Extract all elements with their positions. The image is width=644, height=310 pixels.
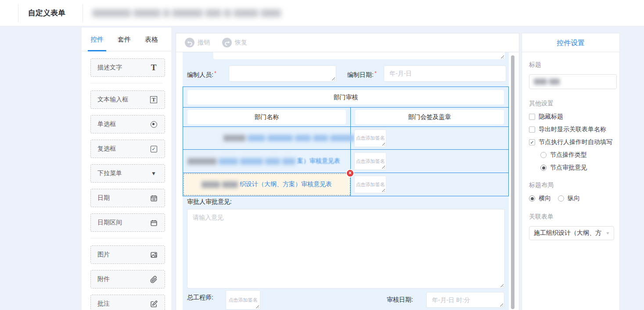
control-item-text-input[interactable]: 文本输入框 T	[90, 90, 165, 109]
topbar-divider	[83, 4, 83, 22]
panel-title: 控件设置	[522, 33, 619, 52]
chevron-down-icon: ▼	[605, 231, 610, 235]
signature-button[interactable]: 点击添加签名	[354, 152, 386, 170]
radio-icon	[558, 195, 564, 202]
col-dept-sign[interactable]: 部门会签及盖章	[355, 110, 504, 124]
paperclip-icon	[149, 275, 158, 284]
checkbox-show-linked-name[interactable]: 导出时显示关联表单名称	[529, 126, 612, 133]
linked-form-select[interactable]: 施工组织设计（大纲、方 ▼	[529, 226, 614, 240]
redacted-text	[223, 135, 355, 141]
signature-button[interactable]: 点击添加签名	[354, 176, 386, 193]
linked-form-cell[interactable]: 案）审核意见表	[183, 150, 351, 173]
delete-icon[interactable]: ×	[346, 169, 354, 177]
linked-form-link[interactable]: 织设计（大纲、方案）审核意见表	[240, 180, 332, 188]
calendar-range-icon	[149, 218, 158, 227]
checkbox-icon	[529, 114, 535, 120]
col-dept-name[interactable]: 部门名称	[187, 110, 346, 124]
redacted-text	[201, 181, 238, 188]
tab-kits[interactable]: 套件	[118, 28, 131, 51]
redacted-text	[187, 158, 295, 165]
list-divider	[90, 83, 162, 83]
compiler-row: 编制人员:* 编制日期:* 年-月-日	[183, 65, 509, 84]
undo-button[interactable]: 撤销	[185, 38, 210, 47]
department-review-table: 部门审核 部门名称 部门会签及盖章 点击添加签名	[183, 87, 509, 196]
selected-linked-form-cell[interactable]: 织设计（大纲、方案）审核意见表 ×	[183, 173, 351, 196]
table-header-row: 部门名称 部门会签及盖章	[183, 107, 508, 126]
control-item-attachment[interactable]: 附件	[90, 270, 165, 288]
checkbox-icon: ✓	[149, 144, 158, 153]
table-title[interactable]: 部门审核	[187, 90, 504, 105]
radio-selected-icon	[529, 195, 535, 202]
chief-label: 总工程师:	[187, 294, 213, 302]
control-item-description-text[interactable]: 描述文字 T	[90, 58, 165, 77]
canvas-scrollbar[interactable]	[511, 55, 514, 309]
table-row: 案）审核意见表 点击添加签名	[183, 149, 508, 173]
opinion-textarea[interactable]: 请输入意见	[187, 209, 505, 288]
linked-form-cell[interactable]	[183, 127, 351, 149]
radio-node-approval-opinion[interactable]: 节点审批意见	[529, 164, 612, 172]
canvas-toolbar: 撤销 恢复	[176, 33, 519, 52]
required-asterisk: *	[374, 70, 377, 76]
settings-panel: 控件设置 标题 其他设置 隐藏标题 导出时显示关联表单名称 ✓ 节点执行人操作时…	[522, 33, 620, 310]
control-list: 描述文字 T 文本输入框 T 单选框 复选框 ✓ 下拉菜单 ▼ 日期	[82, 51, 171, 310]
radio-horizontal[interactable]: 横向	[529, 195, 551, 202]
linked-form-label: 关联表单	[529, 213, 612, 221]
other-settings-label: 其他设置	[529, 100, 612, 108]
input-box-icon: T	[149, 95, 158, 104]
compile-date-input[interactable]: 年-月-日	[384, 65, 506, 82]
title-field-label: 标题	[529, 61, 612, 69]
radio-node-operation-type[interactable]: 节点操作类型	[529, 151, 612, 159]
table-row-selected: 织设计（大纲、方案）审核意见表 × 点击添加签名	[183, 173, 508, 196]
dropdown-icon: ▼	[149, 169, 158, 178]
form-preview: 编制人员:* 编制日期:* 年-月-日 部门审核 部门名称 部门会签及盖章	[183, 52, 509, 310]
redo-button[interactable]: 恢复	[222, 38, 247, 47]
tab-tables[interactable]: 表格	[145, 28, 158, 51]
control-item-checkbox[interactable]: 复选框 ✓	[90, 140, 165, 158]
review-date-input[interactable]: 年-月-日 时:分	[426, 292, 504, 308]
linked-form-link-partial: 案）审核意见表	[297, 157, 340, 165]
checkbox-hide-title[interactable]: 隐藏标题	[529, 113, 612, 121]
title-input[interactable]	[529, 74, 617, 89]
checkbox-checked-icon: ✓	[529, 139, 535, 145]
scrolled-textarea-bottom[interactable]	[213, 52, 505, 59]
form-canvas: 撤销 恢复 编制人员:* 编制日期:* 年-月-日 部门审核	[176, 33, 519, 310]
table-title-row: 部门审核	[183, 87, 508, 107]
top-bar: 自定义表单	[0, 0, 644, 26]
list-divider	[90, 238, 162, 238]
redacted-text	[534, 79, 560, 85]
checkbox-autofill[interactable]: ✓ 节点执行人操作时自动填写	[529, 138, 612, 146]
control-item-date-range[interactable]: 日期区间	[90, 213, 165, 232]
compiler-input[interactable]	[229, 65, 336, 82]
control-item-dropdown[interactable]: 下拉菜单 ▼	[90, 164, 165, 183]
undo-icon	[185, 38, 194, 47]
text-icon: T	[149, 63, 158, 72]
control-item-image[interactable]: 图片	[90, 245, 165, 264]
sidebar-tabs: 控件 套件 表格	[82, 28, 171, 51]
layout-label: 标题布局	[529, 181, 612, 189]
radio-vertical[interactable]: 纵向	[558, 195, 580, 202]
required-asterisk: *	[214, 70, 216, 76]
image-icon	[149, 250, 158, 259]
table-row: 点击添加签名	[183, 126, 508, 149]
review-date-label: 审核日期:	[387, 296, 413, 304]
calendar-icon	[149, 194, 158, 202]
compiler-label: 编制人员:*	[187, 70, 217, 79]
tab-controls[interactable]: 控件	[90, 28, 104, 51]
redacted-form-title	[92, 8, 281, 18]
radio-icon	[149, 120, 158, 129]
checkbox-icon	[529, 126, 535, 133]
signature-button[interactable]: 点击添加签名	[354, 130, 386, 147]
control-item-annotation[interactable]: 批注	[90, 295, 165, 310]
widget-sidebar: 控件 套件 表格 描述文字 T 文本输入框 T 单选框 复选框 ✓ 下拉菜单 ▼…	[82, 28, 171, 310]
redo-icon	[222, 38, 232, 47]
topbar-divider	[18, 4, 18, 22]
signature-button[interactable]: 点击添加签名	[226, 290, 260, 310]
app-title: 自定义表单	[28, 0, 65, 26]
control-item-date[interactable]: 日期	[90, 189, 165, 207]
radio-selected-icon	[540, 165, 547, 171]
chief-row: 总工程师: 点击添加签名 审核日期: 年-月-日 时:分	[183, 289, 509, 310]
opinion-label: 审批人审批意见:	[187, 198, 232, 206]
control-item-radio[interactable]: 单选框	[90, 115, 165, 133]
radio-icon	[540, 152, 547, 158]
edit-pen-icon	[149, 299, 158, 308]
